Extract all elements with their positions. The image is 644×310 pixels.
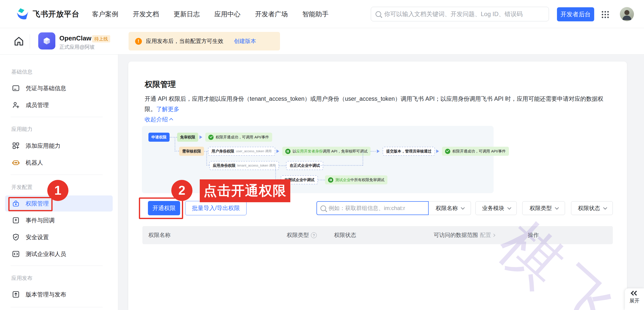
learn-more-link[interactable]: 了解更多	[156, 106, 179, 112]
developer-console-button[interactable]: 开发者后台	[557, 7, 594, 21]
chevron-right-icon	[492, 234, 495, 237]
configure-scope-link[interactable]: 配置	[480, 231, 495, 239]
permissions-table-header: 权限名称 权限类型 权限状态 可访问的数据范围 配置 操作	[142, 226, 613, 244]
connector	[318, 165, 363, 166]
nav-item-changelog[interactable]: 更新日志	[174, 10, 200, 19]
nav-item-app-center[interactable]: 应用中心	[214, 10, 240, 19]
global-search-input[interactable]	[384, 11, 544, 18]
app-header-bar: OpenClaw 待上线 正式应用@阿坡 应用发布后，当前配置方可生效 创建版本	[0, 28, 644, 55]
sidebar-item-permissions[interactable]: 权限管理	[5, 195, 113, 212]
help-icon[interactable]	[311, 232, 317, 238]
flow-success-2: 权限开通成功，可调用 API/事件	[442, 147, 509, 156]
sidebar-heading-basic-info: 基础信息	[11, 68, 32, 75]
lock-icon	[12, 199, 20, 208]
create-version-link[interactable]: 创建版本	[234, 37, 256, 45]
expand-panel-button[interactable]: 展开	[625, 288, 644, 310]
main-content-card: 权限管理 开通 API 权限后，应用才能以应用身份（tenant_access_…	[128, 62, 627, 310]
feishu-logo-icon	[16, 8, 29, 20]
sidebar-item-bot[interactable]: 机器人	[5, 154, 113, 171]
platform-logo[interactable]: 飞书开放平台	[16, 0, 79, 28]
flow-user-permission: 用户身份权限user_access_token 调用	[208, 147, 275, 156]
chevron-down-icon	[461, 206, 465, 210]
connector	[363, 151, 363, 166]
home-icon	[13, 35, 25, 47]
home-button[interactable]	[13, 35, 25, 47]
filter-permission-type[interactable]: 权限类型	[522, 201, 565, 215]
platform-name: 飞书开放平台	[33, 9, 79, 19]
id-card-icon	[12, 84, 20, 92]
connector	[206, 151, 209, 166]
robot-icon	[12, 158, 20, 167]
sidebar-heading-release: 应用发布	[11, 275, 32, 282]
grid-plus-icon	[12, 141, 20, 150]
column-permission-status: 权限状态	[334, 226, 356, 244]
divider	[11, 117, 103, 117]
flow-apply-permission: 申请权限	[148, 133, 170, 142]
apps-grid-icon[interactable]	[602, 11, 609, 18]
flow-row-4: 在测试企业中调试 测试企业中所有权限免审调试	[281, 175, 387, 184]
connector	[275, 166, 281, 180]
nav-item-cases[interactable]: 客户案例	[92, 10, 118, 19]
user-plus-icon	[12, 101, 20, 109]
app-status-badge: 待上线	[92, 35, 110, 42]
sidebar-item-add-capability[interactable]: 添加应用能力	[5, 138, 113, 154]
filter-permission-name[interactable]: 权限名称	[429, 201, 471, 215]
permission-search-box[interactable]	[316, 201, 429, 215]
code-icon	[12, 250, 20, 258]
app-name: OpenClaw	[59, 34, 91, 42]
sidebar-item-events-callbacks[interactable]: 事件与回调	[5, 212, 113, 228]
column-actions: 操作	[528, 226, 539, 244]
permission-flow-diagram: 申请权限 免审权限 权限开通成功，可调用 API/事件 需审核权限 用户身份权限…	[142, 126, 494, 193]
shield-check-icon	[12, 233, 20, 241]
event-plus-icon	[12, 216, 20, 225]
chevron-down-icon	[507, 206, 511, 210]
page-description: 开通 API 权限后，应用才能以应用身份（tenant_access_token…	[145, 94, 615, 114]
nav-item-dev-square[interactable]: 开发者广场	[255, 10, 288, 19]
flow-dev-debug: 以应用开发者身份调用 API，免审核即可调试	[282, 147, 371, 156]
flow-row-2: 需审核权限 用户身份权限user_access_token 调用 以应用开发者身…	[179, 147, 509, 156]
sidebar-item-version-release[interactable]: 版本管理与发布	[5, 286, 113, 302]
divider	[11, 175, 103, 175]
grant-permission-button[interactable]: 开通权限	[148, 201, 180, 215]
upload-icon	[12, 290, 20, 299]
flow-test-debug: 在测试企业中调试	[281, 175, 318, 184]
app-subtitle: 正式应用@阿坡	[59, 44, 95, 50]
arrow-right-icon	[276, 149, 281, 153]
sidebar-item-credentials[interactable]: 凭证与基础信息	[5, 80, 113, 96]
cube-icon	[41, 35, 52, 46]
page-title: 权限管理	[145, 79, 176, 90]
filter-business-module[interactable]: 业务模块	[475, 201, 517, 215]
flow-row-1: 申请权限 免审权限 权限开通成功，可调用 API/事件	[148, 133, 272, 142]
flow-submit-version: 提交版本，管理员审核通过	[383, 147, 435, 156]
top-navbar: 飞书开放平台 客户案例 开发文档 更新日志 应用中心 开发者广场 智能助手 开发…	[0, 0, 644, 28]
connector	[318, 180, 325, 180]
check-circle-icon	[445, 149, 450, 154]
filter-permission-status[interactable]: 权限状态	[571, 201, 613, 215]
connector	[175, 137, 179, 151]
flow-test-free-debug: 测试企业中所有权限免审调试	[325, 175, 387, 184]
column-permission-name: 权限名称	[148, 226, 171, 244]
double-chevron-left-icon	[631, 291, 637, 295]
app-icon	[38, 32, 55, 49]
arrow-right-icon	[199, 135, 204, 139]
sidebar-item-security[interactable]: 安全设置	[5, 229, 113, 245]
flow-no-review: 免审权限	[177, 133, 198, 142]
chevron-up-icon	[169, 118, 173, 122]
column-data-scope: 可访问的数据范围 配置	[434, 226, 495, 244]
divider	[11, 307, 103, 307]
sidebar-heading-capabilities: 应用能力	[11, 126, 32, 133]
warning-icon	[135, 38, 142, 45]
sidebar-item-members[interactable]: 成员管理	[5, 97, 113, 113]
nav-item-ai-assistant[interactable]: 智能助手	[302, 10, 329, 19]
global-search-box[interactable]	[371, 7, 549, 21]
arrow-right-icon	[436, 149, 441, 153]
connector	[371, 151, 376, 152]
nav-item-docs[interactable]: 开发文档	[133, 10, 159, 19]
batch-import-export-button[interactable]: 批量导入/导出权限	[185, 201, 247, 215]
top-nav-menu: 客户案例 开发文档 更新日志 应用中心 开发者广场 智能助手	[92, 0, 329, 28]
permission-search-input[interactable]	[329, 205, 425, 212]
sidebar-item-test-tenant[interactable]: 测试企业和人员	[5, 246, 113, 262]
user-avatar[interactable]	[620, 7, 634, 21]
divider	[11, 266, 103, 266]
collapse-intro-link[interactable]: 收起介绍	[145, 116, 173, 123]
